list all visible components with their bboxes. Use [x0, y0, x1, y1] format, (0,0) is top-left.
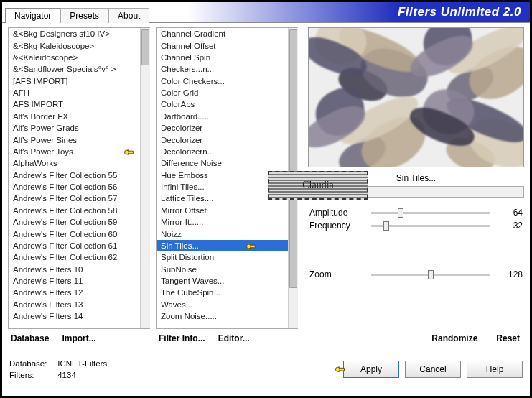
svg-point-1 [247, 244, 251, 249]
category-item[interactable]: Andrew's Filter Collection 55 [9, 170, 140, 181]
filter-item[interactable]: ColorAbs [157, 98, 288, 110]
filter-item[interactable]: Color Grid [157, 87, 288, 98]
status-info: Database: ICNET-Filters Filters: 4134 [9, 358, 337, 381]
filter-item[interactable]: Channel Spin [157, 52, 288, 63]
filter-item[interactable]: Mirror-It...... [157, 216, 288, 228]
category-item[interactable]: Andrew's Filter Collection 60 [9, 228, 140, 239]
category-item[interactable]: Alf's Border FX [9, 111, 140, 122]
param-zoom-value: 128 [494, 269, 523, 279]
param-frequency-slider[interactable] [371, 225, 490, 227]
filter-item[interactable]: Sin Tiles... [157, 240, 288, 251]
param-zoom-slider[interactable] [371, 274, 490, 276]
category-item[interactable]: Andrew's Filter Collection 62 [9, 251, 140, 263]
editor-button[interactable]: Editor... [218, 333, 250, 343]
category-item[interactable]: AFH [9, 87, 140, 98]
param-amplitude-slider[interactable] [371, 212, 490, 214]
pointing-hand-icon [121, 146, 137, 159]
category-item[interactable]: Andrew's Filter Collection 57 [9, 193, 140, 204]
filter-item[interactable]: Channel Gradient [157, 28, 288, 40]
param-amplitude-label: Amplitude [309, 208, 367, 218]
category-item[interactable]: &<Bkg Kaleidoscope> [9, 40, 140, 51]
category-item[interactable]: [AFS IMPORT] [9, 75, 140, 87]
category-item[interactable]: Andrew's Filter Collection 58 [9, 205, 140, 216]
filter-item[interactable]: Channel Offset [157, 40, 288, 51]
category-item[interactable]: &<Kaleidoscope> [9, 52, 140, 63]
param-zoom-label: Zoom [309, 269, 367, 279]
title-bar: Filters Unlimited 2.0 [149, 2, 530, 22]
database-button[interactable]: Database [11, 333, 49, 343]
pointing-hand-icon [243, 240, 259, 253]
category-item[interactable]: Alf's Power Grads [9, 122, 140, 134]
filter-item[interactable]: Color Checkers... [157, 75, 288, 87]
svg-point-2 [335, 367, 340, 371]
category-item[interactable]: &<Bkg Designers sf10 IV> [9, 28, 140, 40]
app-title: Filters Unlimited 2.0 [398, 5, 521, 19]
category-item[interactable]: Andrew's Filters 11 [9, 275, 140, 287]
category-item[interactable]: Andrew's Filter Collection 59 [9, 216, 140, 228]
import-button[interactable]: Import... [62, 333, 95, 343]
help-button[interactable]: Help [467, 361, 523, 378]
filter-item[interactable]: Decolorizern... [157, 146, 288, 157]
filter-item[interactable]: Difference Noise [157, 157, 288, 169]
watermark: Claudia [268, 171, 368, 200]
reset-button[interactable]: Reset [496, 333, 520, 343]
filter-item[interactable]: Tangent Waves... [157, 275, 288, 287]
filter-item[interactable]: Waves... [157, 299, 288, 310]
category-item[interactable]: Andrew's Filter Collection 61 [9, 240, 140, 251]
filter-item[interactable]: Zoom Noise..... [157, 310, 288, 322]
category-item[interactable]: &<Sandflower Specials°v° > [9, 63, 140, 75]
filter-item[interactable]: Dartboard...... [157, 111, 288, 122]
category-item[interactable]: Andrew's Filters 13 [9, 299, 140, 310]
param-amplitude-value: 64 [494, 208, 523, 218]
preview-image [308, 27, 524, 167]
filter-item[interactable]: Mirror Offset [157, 205, 288, 216]
tab-about[interactable]: About [108, 8, 149, 23]
param-frequency-value: 32 [494, 221, 523, 231]
category-list[interactable]: &<Bkg Designers sf10 IV>&<Bkg Kaleidosco… [8, 27, 150, 329]
tab-navigator[interactable]: Navigator [5, 8, 60, 23]
filter-item[interactable]: Decolorizer [157, 122, 288, 134]
category-item[interactable]: AFS IMPORT [9, 98, 140, 110]
param-frequency-label: Frequency [309, 221, 367, 231]
category-item[interactable]: Andrew's Filters 10 [9, 264, 140, 275]
category-item[interactable]: Andrew's Filters 12 [9, 287, 140, 298]
filter-item[interactable]: Checkers...n... [157, 63, 288, 75]
category-item[interactable]: AlphaWorks [9, 157, 140, 169]
filter-item[interactable]: Noizz [157, 228, 288, 239]
category-item[interactable]: Alf's Power Sines [9, 134, 140, 145]
randomize-button[interactable]: Randomize [431, 333, 477, 343]
scrollbar[interactable] [140, 28, 150, 328]
filter-item[interactable]: Split Distortion [157, 251, 288, 263]
tab-presets[interactable]: Presets [60, 8, 108, 23]
category-item[interactable]: Andrew's Filters 14 [9, 310, 140, 322]
category-item[interactable]: Andrew's Filter Collection 56 [9, 181, 140, 193]
svg-point-0 [125, 150, 129, 154]
filter-item[interactable]: Decolorizer [157, 134, 288, 145]
apply-button[interactable]: Apply [343, 361, 399, 378]
category-item[interactable]: Alf's Power Toys [9, 146, 140, 157]
filter-info-button[interactable]: Filter Info... [159, 333, 205, 343]
filter-item[interactable]: SubNoise [157, 264, 288, 275]
cancel-button[interactable]: Cancel [405, 361, 461, 378]
filter-item[interactable]: The CubeSpin... [157, 287, 288, 298]
